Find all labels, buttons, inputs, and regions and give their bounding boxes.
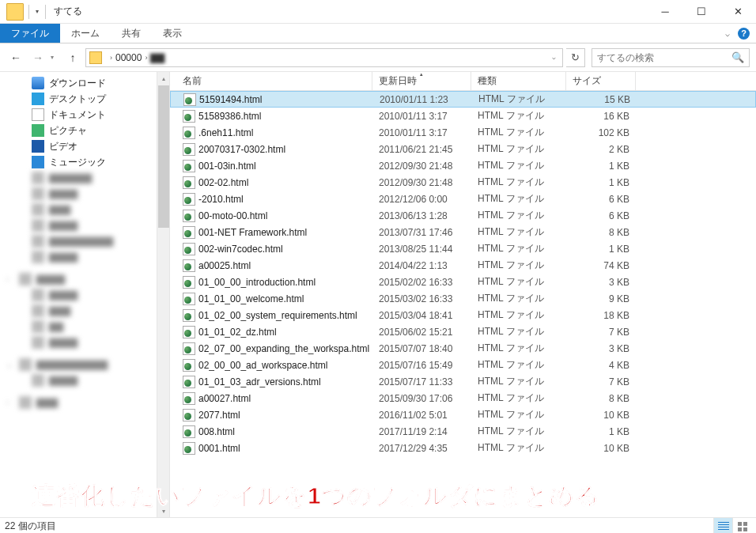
file-row[interactable]: a00027.html2015/09/30 17:06HTML ファイル8 KB [170,390,756,406]
search-input[interactable] [597,52,731,63]
tree-item-obscured[interactable]: ▇▇▇▇ [0,186,169,202]
breadcrumb-segment-obscured[interactable]: ▇▇ [150,52,164,63]
html-file-icon [183,326,195,338]
tree-item-obscured[interactable]: ▇▇▇▇ [0,372,169,388]
desktop-icon [32,93,44,105]
chevron-right-icon[interactable]: › [6,275,9,283]
tree-item-downloads[interactable]: ダウンロード [0,75,169,91]
file-type: HTML ファイル [471,391,566,405]
tree-item-obscured[interactable]: ▇▇▇▇ [0,249,169,265]
file-type: HTML ファイル [471,225,566,239]
ribbon-expand-icon[interactable]: ⌵ [725,29,730,38]
tree-item-desktop[interactable]: デスクトップ [0,91,169,107]
details-view-button[interactable] [713,518,732,533]
chevron-right-icon[interactable]: › [110,54,112,62]
file-name: 01_01_02_dz.html [198,327,277,338]
chevron-down-icon[interactable]: ⌄ [6,361,13,369]
tree-item-obscured[interactable]: ▇▇▇▇▇▇▇▇▇ [0,233,169,249]
tree-item-obscured[interactable]: ▇▇▇ [0,202,169,217]
icons-view-button[interactable] [732,518,751,533]
file-row[interactable]: 002-02.html2012/09/30 21:48HTML ファイル1 KB [170,174,756,191]
tree-item-obscured[interactable]: ▇▇▇▇ [0,217,169,233]
tree-item-obscured[interactable]: ▇▇▇▇ [0,287,169,303]
file-row[interactable]: 20070317-0302.html2011/06/21 21:45HTML フ… [170,141,756,157]
file-size: 10 KB [566,443,636,454]
tab-file[interactable]: ファイル [0,24,60,43]
file-row[interactable]: 01_02_00_system_requirements.html2015/03… [170,307,756,323]
column-type[interactable]: 種類 [471,72,566,90]
tab-home[interactable]: ホーム [60,24,111,43]
tree-item-obscured[interactable]: ›▇▇▇▇ [0,271,169,287]
file-row[interactable]: .6neh11.html2010/01/11 3:17HTML ファイル102 … [170,124,756,141]
breadcrumb-segment[interactable]: 00000 [115,52,142,63]
file-size: 1 KB [566,426,636,437]
scroll-thumb[interactable] [158,85,169,228]
tab-view[interactable]: 表示 [152,24,193,43]
forward-button[interactable]: → [28,48,47,67]
file-type: HTML ファイル [471,259,566,272]
file-row[interactable]: 01_00_00_introduction.html2015/02/02 16:… [170,274,756,290]
obscured-icon [19,273,32,285]
tree-item-obscured[interactable]: ›▇▇▇ [0,395,169,410]
tree-item-videos[interactable]: ビデオ [0,138,169,154]
qat-dropdown-icon[interactable]: ▾ [31,6,43,18]
file-name: 002-02.html [198,177,248,188]
obscured-icon [32,374,44,387]
file-name: a00025.html [198,260,251,271]
search-icon[interactable]: 🔍 [731,51,744,63]
search-box[interactable]: 🔍 [592,48,750,67]
file-date: 2015/06/02 15:21 [372,327,471,338]
file-row[interactable]: 01_01_02_dz.html2015/06/02 15:21HTML ファイ… [170,323,756,340]
tree-item-pictures[interactable]: ピクチャ [0,123,169,138]
details-view-icon [718,522,729,531]
file-list: 名前 ▴更新日時 種類 サイズ 51591494.html2010/01/11 … [170,72,756,517]
chevron-right-icon[interactable]: › [6,399,9,406]
address-dropdown-icon[interactable]: ⌵ [549,54,559,61]
tree-item-music[interactable]: ミュージック [0,154,169,170]
scroll-up-icon[interactable]: ▴ [162,72,165,85]
tree-item-obscured[interactable]: ▇▇▇▇ [0,335,169,350]
file-row[interactable]: 001-NET Framework.html2013/07/31 17:46HT… [170,224,756,240]
column-name[interactable]: 名前 [170,72,372,90]
tree-item-obscured[interactable]: ▇▇ [0,319,169,335]
file-row[interactable]: 02_07_00_expanding_the_workspa.html2015/… [170,340,756,357]
maximize-button[interactable]: ☐ [683,0,720,23]
file-row[interactable]: 01_01_03_adr_versions.html2015/07/17 11:… [170,373,756,390]
file-row[interactable]: 02_00_00_ad_workspace.html2015/07/16 15:… [170,357,756,373]
file-row[interactable]: 01_01_00_welcome.html2015/03/02 16:33HTM… [170,290,756,307]
address-bar[interactable]: › 00000 › ▇▇ ⌵ [85,48,563,67]
file-type: HTML ファイル [471,375,566,388]
refresh-button[interactable]: ↻ [566,48,585,67]
file-row[interactable]: 51591494.html2010/01/11 1:23HTML ファイル15 … [170,91,756,108]
column-headers: 名前 ▴更新日時 種類 サイズ [170,72,756,91]
file-row[interactable]: 008.html2017/11/19 2:14HTML ファイル1 KB [170,423,756,440]
title-bar: ▾ すてる ─ ☐ ✕ [0,0,756,24]
file-row[interactable]: 51589386.html2010/01/11 3:17HTML ファイル16 … [170,108,756,124]
file-size: 102 KB [566,127,636,138]
column-date[interactable]: ▴更新日時 [372,72,471,90]
tree-item-obscured[interactable]: ▇▇▇ [0,303,169,319]
file-row[interactable]: 2077.html2016/11/02 5:01HTML ファイル10 KB [170,406,756,423]
help-icon[interactable]: ? [738,28,750,40]
file-date: 2015/02/02 16:33 [372,277,471,288]
file-row[interactable]: a00025.html2014/04/22 1:13HTML ファイル74 KB [170,257,756,274]
tree-item-documents[interactable]: ドキュメント [0,107,169,123]
tab-share[interactable]: 共有 [111,24,152,43]
tree-scrollbar[interactable]: ▴ ▾ [157,72,169,517]
column-size[interactable]: サイズ [566,72,636,90]
up-button[interactable]: ↑ [63,48,82,67]
file-row[interactable]: -2010.html2012/12/06 0:00HTML ファイル6 KB [170,191,756,207]
close-button[interactable]: ✕ [720,0,756,23]
chevron-right-icon[interactable]: › [145,54,147,62]
history-dropdown-icon[interactable]: ▾ [51,54,60,61]
back-button[interactable]: ← [6,48,25,67]
file-rows[interactable]: 51591494.html2010/01/11 1:23HTML ファイル15 … [170,91,756,517]
file-row[interactable]: 001-03in.html2012/09/30 21:48HTML ファイル1 … [170,157,756,174]
file-row[interactable]: 0001.html2017/12/29 4:35HTML ファイル10 KB [170,440,756,456]
file-row[interactable]: 00-moto-00.html2013/06/13 1:28HTML ファイル6… [170,207,756,224]
file-row[interactable]: 002-win7codec.html2013/08/25 11:44HTML フ… [170,240,756,257]
minimize-button[interactable]: ─ [647,0,683,23]
navigation-tree[interactable]: ダウンロード デスクトップ ドキュメント ピクチャ ビデオ ミュージック ▇▇▇… [0,72,170,517]
tree-item-obscured[interactable]: ⌄▇▇▇▇▇▇▇▇▇▇ [0,357,169,372]
tree-item-obscured[interactable]: ▇▇▇▇▇▇ [0,170,169,186]
